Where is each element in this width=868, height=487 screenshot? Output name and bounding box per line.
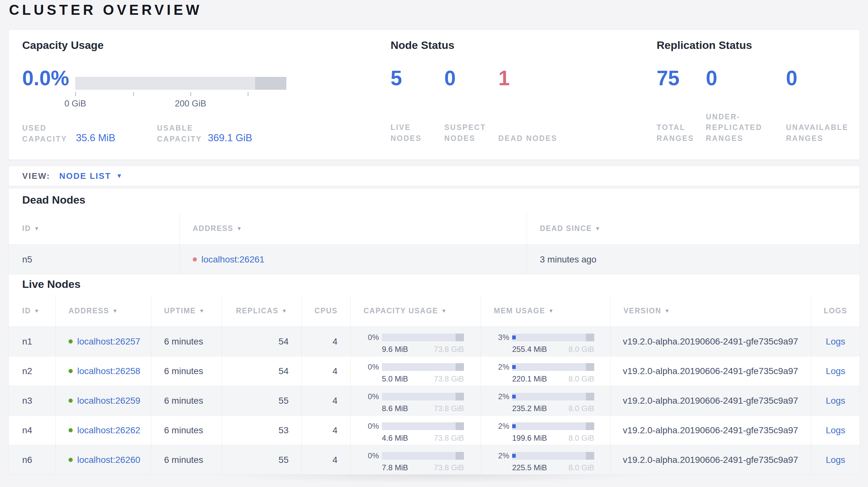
live-col-replicas[interactable]: REPLICAS ▼: [222, 295, 302, 327]
live-status-dot-icon: [68, 428, 73, 432]
view-label: VIEW:: [22, 171, 50, 181]
live-nodes-label: LIVE NODES: [391, 122, 444, 144]
logs-link[interactable]: Logs: [826, 396, 845, 406]
chevron-down-icon: ▼: [116, 172, 122, 180]
mem-bar-dark-segment: [586, 393, 594, 400]
dead-col-dead-since[interactable]: DEAD SINCE ▼: [527, 213, 860, 245]
dead-col-address[interactable]: ADDRESS ▼: [180, 213, 527, 245]
mem-bar-dark-segment: [586, 333, 594, 341]
total-ranges-stat: 75 TOTAL RANGES: [657, 30, 706, 160]
capacity-percent-label: 0%: [362, 362, 379, 371]
node-address-link[interactable]: localhost:26258: [77, 366, 140, 376]
node-cpus: 4: [302, 356, 351, 386]
node-address-cell: localhost:26259: [56, 386, 151, 416]
dead-node-address-link[interactable]: localhost:26261: [202, 254, 265, 265]
mem-total-value: 8.0 GiB: [568, 433, 594, 443]
node-id: n4: [9, 416, 56, 445]
view-selected-value: NODE LIST: [59, 171, 111, 181]
node-address-cell: localhost:26258: [56, 356, 151, 386]
live-col-logs: LOGS: [811, 295, 860, 327]
capacity-usage-heading: Capacity Usage: [22, 39, 103, 52]
live-col-version-label: VERSION: [623, 306, 661, 315]
dead-nodes-count: 1: [498, 68, 510, 89]
node-version: v19.2.0-alpha.20190606-2491-gfe735c9a97: [611, 386, 811, 416]
usable-capacity-value: 369.1 GiB: [208, 132, 252, 144]
node-logs-cell: Logs: [811, 327, 860, 356]
node-capacity-usage-cell: 0% 4.6 MiB 73.8 GiB: [351, 416, 481, 445]
mem-used-value: 199.6 MiB: [512, 433, 547, 443]
node-capacity-usage-cell: 0% 8.6 MiB 73.8 GiB: [351, 386, 481, 416]
capacity-used-value: 9.6 MiB: [382, 345, 408, 354]
node-replicas: 55: [222, 445, 302, 475]
unavailable-ranges-label: UNAVAILABLE RANGES: [786, 122, 856, 144]
view-selector-dropdown[interactable]: NODE LIST ▼: [59, 171, 122, 181]
axis-tick-icon: [75, 92, 76, 96]
dead-nodes-table-header: ID ▼ ADDRESS ▼ DEAD SINCE ▼: [9, 213, 860, 245]
unavailable-ranges-stat: 0 UNAVAILABLE RANGES: [786, 30, 856, 160]
logs-link[interactable]: Logs: [826, 455, 845, 465]
dead-col-id[interactable]: ID ▼: [9, 213, 180, 245]
mem-bar-fill: [512, 454, 516, 458]
mem-usage-bar: [512, 333, 594, 341]
live-col-capacity-usage[interactable]: CAPACITY USAGE ▼: [351, 295, 481, 327]
node-address-link[interactable]: localhost:26259: [77, 396, 140, 406]
live-col-mem-usage-label: MEM USAGE: [494, 306, 545, 315]
node-logs-cell: Logs: [811, 416, 860, 445]
view-bar: VIEW: NODE LIST ▼: [8, 166, 860, 186]
axis-tick-label: 0 GiB: [64, 99, 86, 109]
logs-link[interactable]: Logs: [826, 366, 845, 376]
used-capacity-value: 35.6 MiB: [76, 132, 157, 144]
capacity-percent-label: 0%: [362, 392, 379, 401]
under-replicated-ranges-stat: 0 UNDER-REPLICATED RANGES: [706, 30, 786, 160]
mem-used-value: 225.5 MiB: [512, 463, 547, 472]
node-address-link[interactable]: localhost:26257: [77, 336, 140, 347]
dead-nodes-stat: 1 DEAD NODES: [498, 30, 648, 160]
node-version: v19.2.0-alpha.20190606-2491-gfe735c9a97: [611, 356, 811, 386]
page-bottom-shadow: [138, 475, 730, 487]
capacity-percent-label: 0%: [362, 333, 379, 342]
total-ranges-label: TOTAL RANGES: [657, 122, 706, 144]
node-cpus: 4: [302, 327, 351, 356]
mem-total-value: 8.0 GiB: [568, 375, 594, 383]
node-logs-cell: Logs: [811, 386, 860, 416]
live-status-dot-icon: [68, 458, 73, 462]
node-address-link[interactable]: localhost:26262: [77, 425, 140, 435]
live-col-version[interactable]: VERSION ▼: [611, 295, 811, 327]
capacity-total-value: 73.8 GiB: [434, 463, 464, 472]
capacity-usage-bar: [382, 393, 464, 400]
mem-percent-label: 2%: [493, 451, 509, 460]
usable-capacity-label: USABLE CAPACITY: [157, 123, 208, 144]
capacity-bar-dark-segment: [456, 452, 464, 460]
node-logs-cell: Logs: [811, 445, 860, 475]
logs-link[interactable]: Logs: [826, 425, 845, 435]
live-col-uptime[interactable]: UPTIME ▼: [151, 295, 222, 327]
live-col-logs-label: LOGS: [824, 306, 847, 315]
capacity-bar-dark-segment: [456, 363, 464, 371]
live-nodes-table-header: ID ▼ ADDRESS ▼ UPTIME ▼ REPLICAS ▼ CPUS …: [9, 295, 860, 327]
node-mem-usage-cell: 2% 235.2 MiB 8.0 GiB: [481, 386, 611, 416]
mem-bar-fill: [512, 335, 516, 339]
live-col-cpus-label: CPUS: [315, 306, 338, 315]
replication-status-section: Replication Status 75 TOTAL RANGES 0 UND…: [657, 30, 856, 160]
live-col-mem-usage[interactable]: MEM USAGE ▼: [481, 295, 611, 327]
node-id: n1: [9, 327, 56, 356]
live-col-address-label: ADDRESS: [68, 306, 109, 315]
node-version: v19.2.0-alpha.20190606-2491-gfe735c9a97: [611, 416, 811, 445]
mem-total-value: 8.0 GiB: [568, 463, 594, 472]
axis-tick-icon: [190, 92, 191, 96]
logs-link[interactable]: Logs: [826, 336, 845, 347]
table-row: n3 localhost:26259 6 minutes 55 4 0% 8.6…: [9, 386, 860, 416]
mem-bar-dark-segment: [586, 452, 594, 460]
nodes-panel: Dead Nodes ID ▼ ADDRESS ▼ DEAD SINCE ▼ n…: [8, 188, 860, 475]
live-col-id[interactable]: ID ▼: [9, 295, 56, 327]
live-nodes-heading: Live Nodes: [9, 274, 860, 295]
live-status-dot-icon: [68, 369, 73, 373]
capacity-axis: 0 GiB200 GiB: [75, 90, 286, 110]
unavailable-ranges-count: 0: [786, 68, 798, 89]
sort-arrow-icon: ▼: [665, 308, 671, 314]
node-address-link[interactable]: localhost:26260: [77, 455, 140, 465]
live-nodes-table-body: n1 localhost:26257 6 minutes 54 4 0% 9.6…: [9, 327, 860, 475]
sort-arrow-icon: ▼: [549, 308, 554, 314]
suspect-nodes-label: SUSPECT NODES: [444, 122, 498, 144]
live-col-address[interactable]: ADDRESS ▼: [56, 295, 151, 327]
